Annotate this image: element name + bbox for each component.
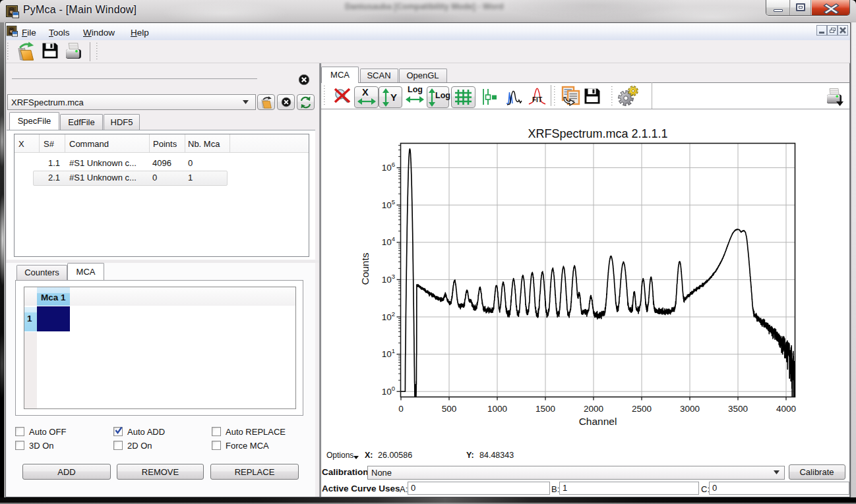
svg-text:3000: 3000	[680, 404, 700, 414]
svg-text:FIT: FIT	[532, 96, 542, 103]
svg-text:2000: 2000	[584, 404, 603, 414]
svg-text:0: 0	[398, 404, 404, 414]
svg-text:2500: 2500	[632, 404, 652, 414]
svg-text:1000: 1000	[487, 404, 507, 414]
svg-text:101: 101	[382, 347, 395, 359]
svg-text:103: 103	[382, 273, 395, 285]
svg-text:4000: 4000	[776, 404, 796, 414]
svg-text:3500: 3500	[728, 404, 748, 414]
svg-text:100: 100	[382, 385, 395, 397]
svg-text:Counts: Counts	[359, 252, 371, 285]
svg-text:106: 106	[382, 161, 395, 173]
svg-text:105: 105	[382, 198, 395, 210]
svg-text:Channel: Channel	[579, 416, 617, 427]
svg-text:1500: 1500	[535, 404, 555, 414]
svg-text:500: 500	[442, 404, 457, 414]
svg-text:102: 102	[382, 310, 395, 322]
svg-text:104: 104	[382, 235, 395, 247]
svg-text:XRFSpectrum.mca 2.1.1.1: XRFSpectrum.mca 2.1.1.1	[528, 127, 667, 140]
